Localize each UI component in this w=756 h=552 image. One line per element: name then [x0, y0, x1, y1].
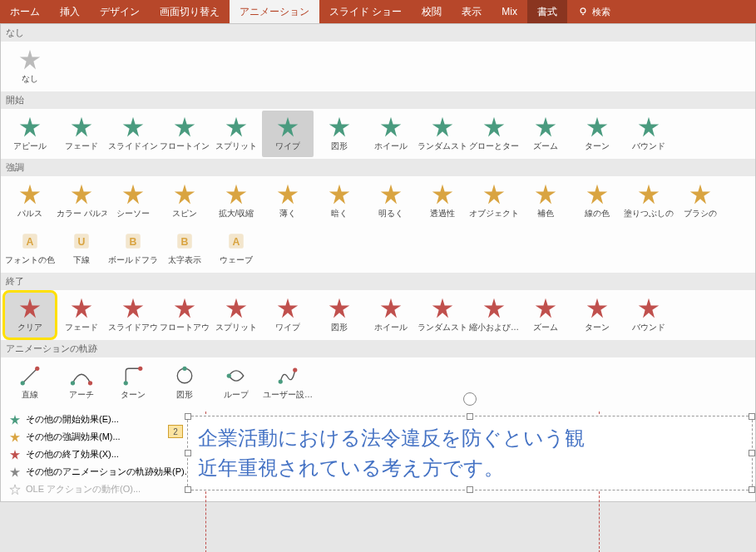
anim-effect-フォントの色[interactable]: Aフォントの色 [4, 224, 56, 271]
resize-handle[interactable] [185, 413, 191, 420]
anim-effect-パルス[interactable]: パルス [4, 178, 56, 224]
anim-effect-フロートイン[interactable]: フロートイン [159, 111, 210, 157]
star-icon [173, 183, 196, 206]
anim-effect-label: 暗く [331, 208, 348, 219]
tab-animations[interactable]: アニメーション [230, 0, 319, 23]
resize-handle[interactable] [185, 486, 191, 493]
tab-transitions[interactable]: 画面切り替え [150, 0, 230, 23]
anim-effect-オブジェクト …[interactable]: オブジェクト … [468, 178, 520, 224]
anim-effect-ワイプ[interactable]: ワイプ [262, 292, 314, 338]
anim-effect-ズーム[interactable]: ズーム [520, 292, 571, 338]
anim-effect-透過性[interactable]: 透過性 [417, 178, 468, 224]
anim-effect-カラー パルス[interactable]: カラー パルス [56, 178, 107, 224]
anim-effect-ワイプ[interactable]: ワイプ [262, 111, 314, 157]
anim-effect-ホイール[interactable]: ホイール [365, 111, 417, 157]
anim-effect-ブラシの[interactable]: ブラシの [674, 178, 726, 224]
tab-design[interactable]: デザイン [90, 0, 150, 23]
resize-handle[interactable] [749, 486, 755, 493]
anim-effect-label: クリア [17, 322, 42, 333]
star-icon [482, 297, 506, 320]
anim-effect-縮小および…[interactable]: 縮小および… [468, 292, 520, 338]
star-icon: A [225, 229, 248, 253]
tab-view[interactable]: 表示 [452, 0, 492, 23]
motion-path-icon [18, 364, 42, 387]
anim-effect-スプリット[interactable]: スプリット [210, 111, 262, 157]
resize-handle[interactable] [467, 413, 473, 420]
star-icon [431, 297, 454, 320]
star-icon [225, 116, 248, 139]
anim-effect-図形[interactable]: 図形 [159, 359, 210, 406]
resize-handle[interactable] [749, 413, 755, 420]
anim-effect-ズーム[interactable]: ズーム [520, 111, 571, 157]
anim-effect-シーソー[interactable]: シーソー [107, 178, 159, 224]
tab-slideshow[interactable]: スライド ショー [319, 0, 412, 23]
anim-effect-ボールドフラ…[interactable]: Bボールドフラ… [107, 224, 159, 271]
anim-effect-ユーザー設…[interactable]: ユーザー設… [262, 359, 314, 406]
more-effects-label: OLE アクションの動作(O)... [26, 483, 141, 495]
tab-insert[interactable]: 挿入 [50, 0, 90, 23]
anim-effect-ホイール[interactable]: ホイール [365, 292, 417, 338]
anim-effect-直線[interactable]: 直線 [4, 359, 56, 406]
svg-point-17 [138, 367, 142, 371]
anim-effect-明るく[interactable]: 明るく [365, 178, 417, 224]
anim-effect-なし[interactable]: なし [4, 43, 56, 90]
anim-effect-ウェーブ[interactable]: Aウェーブ [210, 224, 262, 271]
star-icon [9, 431, 21, 443]
rotate-handle[interactable] [463, 392, 477, 406]
resize-handle[interactable] [185, 450, 191, 456]
more-effects-label: その他の開始効果(E)... [26, 413, 119, 426]
anim-effect-アピール[interactable]: アピール [4, 111, 56, 157]
svg-point-20 [227, 373, 231, 377]
anim-effect-拡大/収縮[interactable]: 拡大/収縮 [210, 178, 262, 224]
star-icon [637, 297, 660, 320]
anim-effect-ターン[interactable]: ターン [571, 111, 623, 157]
anim-effect-線の色[interactable]: 線の色 [571, 178, 623, 224]
anim-effect-ランダムスト…[interactable]: ランダムスト… [417, 111, 468, 157]
anim-effect-ランダムスト…[interactable]: ランダムスト… [417, 292, 468, 338]
svg-point-12 [21, 381, 25, 385]
anim-effect-ターン[interactable]: ターン [571, 292, 623, 338]
anim-effect-暗く[interactable]: 暗く [314, 178, 365, 224]
animation-order-tag[interactable]: 2 [168, 425, 183, 438]
tab-review[interactable]: 校閲 [412, 0, 452, 23]
tab-home[interactable]: ホーム [0, 0, 50, 23]
anim-effect-フェード[interactable]: フェード [56, 111, 107, 157]
text-placeholder[interactable]: 2 企業活動における法令違反を防ぐという観 近年重視されている考え方です。 [187, 416, 753, 490]
tell-me-search[interactable]: 検索 [567, 0, 620, 23]
anim-effect-補色[interactable]: 補色 [520, 178, 571, 224]
star-icon [379, 183, 403, 206]
star-icon [482, 183, 506, 206]
anim-effect-塗りつぶしの色[interactable]: 塗りつぶしの色 [623, 178, 674, 224]
anim-effect-クリア[interactable]: クリア [4, 292, 56, 338]
anim-effect-label: 補色 [537, 208, 554, 219]
anim-effect-バウンド[interactable]: バウンド [623, 292, 674, 338]
star-icon [328, 116, 351, 139]
anim-effect-label: 図形 [331, 322, 348, 333]
anim-effect-label: ホイール [374, 140, 408, 152]
tab-mix[interactable]: Mix [492, 0, 527, 23]
anim-effect-フェード[interactable]: フェード [56, 292, 107, 338]
anim-effect-図形[interactable]: 図形 [314, 111, 365, 157]
anim-effect-スプリット[interactable]: スプリット [210, 292, 262, 338]
resize-handle[interactable] [749, 450, 755, 456]
anim-effect-label: フロートアウト [160, 322, 210, 333]
anim-effect-アーチ[interactable]: アーチ [56, 359, 107, 406]
anim-effect-ターン[interactable]: ターン [107, 359, 159, 406]
anim-effect-フロートアウト[interactable]: フロートアウト [159, 292, 210, 338]
anim-effect-太字表示[interactable]: B太字表示 [159, 224, 210, 271]
anim-effect-スライドアウト[interactable]: スライドアウト [107, 292, 159, 338]
anim-effect-スライドイン[interactable]: スライドイン [107, 111, 159, 157]
anim-effect-バウンド[interactable]: バウンド [623, 111, 674, 157]
slide-body-text[interactable]: 企業活動における法令違反を防ぐという観 近年重視されている考え方です。 [198, 423, 742, 483]
anim-effect-スピン[interactable]: スピン [159, 178, 210, 224]
star-icon [121, 297, 145, 320]
resize-handle[interactable] [467, 486, 473, 493]
anim-effect-図形[interactable]: 図形 [314, 292, 365, 338]
section-exit-label: 終了 [1, 273, 755, 290]
anim-effect-下線[interactable]: U下線 [56, 224, 107, 271]
anim-effect-薄く[interactable]: 薄く [262, 178, 314, 224]
tab-format[interactable]: 書式 [527, 0, 567, 23]
anim-effect-グローとターン[interactable]: グローとターン [468, 111, 520, 157]
star-icon [276, 183, 299, 206]
anim-effect-ループ[interactable]: ループ [210, 359, 262, 406]
